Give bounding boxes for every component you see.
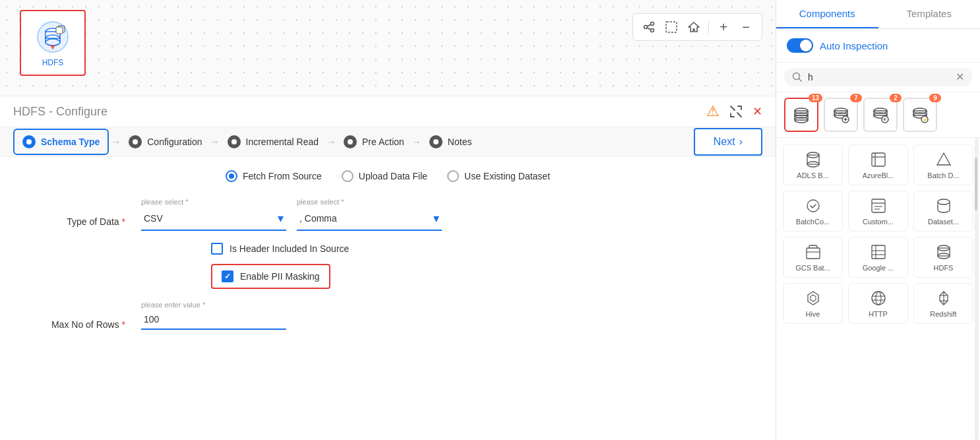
cat-badge-1: 13: [809, 94, 822, 102]
azurebl-label: AzureBl...: [863, 172, 894, 179]
tab-templates[interactable]: Templates: [878, 0, 981, 28]
scrollbar-track[interactable]: [975, 138, 979, 440]
adls-icon: [804, 150, 822, 169]
csv-select-wrapper: please select * CSV ▾: [141, 198, 286, 231]
radio-label-existing: Use Existing Dataset: [464, 171, 550, 181]
hdfs-node-icon: !: [35, 19, 71, 55]
wizard-step-notes[interactable]: Notes: [424, 127, 477, 156]
cat-icon-3: [871, 106, 890, 124]
batchco-label: BatchCo...: [796, 218, 830, 226]
svg-point-11: [651, 22, 654, 26]
hdfs-icon: [934, 243, 953, 261]
step-dot-notes: [429, 135, 443, 148]
batchco-icon: [804, 197, 822, 215]
category-btn-3[interactable]: 2: [863, 98, 898, 132]
component-batchco[interactable]: BatchCo...: [783, 191, 843, 232]
adls-label: ADLS B...: [797, 172, 828, 179]
http-icon: [869, 289, 888, 307]
component-google[interactable]: Google ...: [848, 237, 908, 278]
svg-point-60: [876, 292, 881, 305]
search-input[interactable]: [808, 72, 950, 82]
warning-btn[interactable]: ⚠: [706, 103, 720, 120]
component-azurebl[interactable]: AzureBl...: [848, 144, 908, 185]
pii-masking-wrap[interactable]: Enable PII Masking: [211, 264, 330, 289]
configure-header-actions: ⚠ ✕: [706, 103, 762, 120]
hdfs-comp-label: HDFS: [934, 264, 954, 272]
component-dataset[interactable]: Dataset...: [913, 191, 973, 232]
radio-label-upload: Upload Data File: [359, 171, 427, 181]
category-btn-4[interactable]: 9 ⚡: [903, 98, 937, 132]
csv-select[interactable]: CSV ▾: [141, 207, 286, 231]
cat-icon-4: ⚡: [911, 106, 929, 124]
cat-badge-2: 7: [850, 94, 862, 102]
selection-btn[interactable]: [662, 18, 681, 36]
wizard-step-preaction[interactable]: Pre Action: [338, 127, 410, 156]
svg-rect-50: [872, 245, 885, 259]
configure-header: HDFS - Configure ⚠ ✕: [0, 96, 776, 127]
csv-value: CSV: [144, 213, 163, 224]
radio-circle-fetch: [226, 170, 237, 182]
radio-circle-upload: [342, 170, 353, 182]
scrollbar-thumb[interactable]: [975, 158, 977, 210]
remove-node-btn[interactable]: −: [737, 18, 755, 36]
hive-icon: [804, 289, 822, 307]
comma-value: , Comma: [299, 213, 337, 224]
home-btn[interactable]: [685, 18, 703, 36]
component-hive[interactable]: Hive: [783, 283, 843, 324]
header-checkbox-row: Is Header Included In Source: [211, 243, 736, 255]
next-btn-wrap: Next ›: [694, 128, 762, 156]
wizard-step-schema-type[interactable]: Schema Type: [13, 129, 109, 155]
max-rows-row: Max No of Rows * please enter value *: [40, 301, 736, 330]
max-rows-input[interactable]: [141, 310, 286, 330]
component-custom[interactable]: Custom...: [848, 191, 908, 232]
auto-inspection-toggle[interactable]: [787, 38, 813, 53]
radio-circle-existing: [447, 170, 459, 182]
custom-icon: [869, 197, 888, 215]
next-button[interactable]: Next ›: [694, 128, 762, 156]
step-label-preaction: Pre Action: [362, 137, 404, 147]
svg-point-10: [644, 26, 648, 29]
hdfs-node[interactable]: ! HDFS: [20, 10, 86, 76]
svg-rect-39: [872, 153, 885, 166]
hive-label: Hive: [805, 310, 820, 318]
component-http[interactable]: HTTP: [848, 283, 908, 324]
component-hdfs[interactable]: HDFS: [913, 237, 973, 278]
expand-btn[interactable]: [729, 104, 743, 119]
toolbar-divider: [708, 20, 709, 34]
wizard-step-incremental[interactable]: Incremental Read: [222, 127, 324, 156]
component-batchd[interactable]: Batch D...: [913, 144, 973, 185]
node-connections-btn[interactable]: [640, 18, 658, 36]
tab-components[interactable]: Components: [776, 0, 878, 28]
gcsbat-icon: [804, 243, 822, 261]
radio-existing-dataset[interactable]: Use Existing Dataset: [447, 170, 550, 182]
comma-select-wrapper: please select * , Comma ▾: [297, 198, 442, 231]
pii-checkbox[interactable]: [222, 270, 233, 282]
custom-label: Custom...: [863, 218, 894, 226]
step-dot-schema: [22, 135, 36, 148]
add-node-btn[interactable]: +: [714, 18, 733, 36]
category-btn-1[interactable]: 13: [784, 98, 818, 132]
svg-point-5: [46, 39, 60, 46]
svg-line-13: [648, 24, 651, 26]
svg-rect-37: [807, 155, 819, 164]
search-clear-btn[interactable]: ✕: [956, 72, 964, 82]
header-checkbox[interactable]: [211, 243, 223, 255]
step-arrow-4: →: [412, 137, 421, 147]
redshift-label: Redshift: [930, 310, 956, 318]
wizard-step-configuration[interactable]: Configuration: [123, 127, 207, 156]
max-rows-input-wrapper: please enter value *: [141, 301, 286, 330]
component-gcsbat[interactable]: GCS Bat...: [783, 237, 843, 278]
gcsbat-label: GCS Bat...: [795, 264, 830, 272]
radio-upload-file[interactable]: Upload Data File: [342, 170, 427, 182]
component-adls[interactable]: ADLS B...: [783, 144, 843, 185]
comma-select[interactable]: , Comma ▾: [297, 207, 442, 231]
comma-arrow-icon: ▾: [433, 211, 439, 226]
close-configure-btn[interactable]: ✕: [752, 104, 762, 119]
pii-checkbox-label: Enable PII Masking: [240, 271, 320, 282]
auto-inspection-row: Auto Inspection: [776, 29, 980, 63]
component-redshift[interactable]: Redshift: [913, 283, 973, 324]
category-btn-2[interactable]: 7: [824, 98, 858, 132]
svg-rect-48: [807, 248, 820, 259]
form-area: Fetch From Source Upload Data File Use E…: [0, 157, 776, 440]
radio-fetch-source[interactable]: Fetch From Source: [226, 170, 322, 182]
